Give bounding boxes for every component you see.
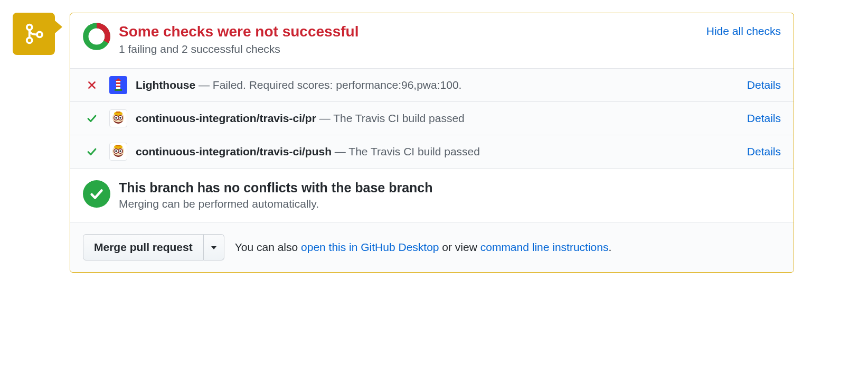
merge-status-badge bbox=[13, 13, 55, 55]
svg-point-16 bbox=[119, 117, 121, 119]
check-description: The Travis CI build passed bbox=[348, 145, 480, 157]
svg-rect-6 bbox=[116, 81, 120, 89]
check-name: continuous-integration/travis-ci/push bbox=[136, 145, 332, 157]
svg-point-0 bbox=[27, 25, 32, 30]
conflicts-status-icon bbox=[83, 180, 110, 208]
checks-subtitle: 1 failing and 2 successful checks bbox=[119, 43, 706, 55]
conflicts-subtitle: Merging can be performed automatically. bbox=[119, 198, 433, 210]
dash-separator: — bbox=[316, 112, 333, 124]
check-row: continuous-integration/travis-ci/pr — Th… bbox=[70, 102, 794, 135]
x-icon bbox=[83, 80, 101, 90]
svg-marker-5 bbox=[115, 78, 121, 81]
checks-header: Some checks were not successful 1 failin… bbox=[70, 13, 794, 69]
status-donut-icon bbox=[83, 23, 110, 50]
check-description: The Travis CI build passed bbox=[333, 112, 465, 124]
caret-down-icon bbox=[211, 246, 216, 249]
hide-all-checks-link[interactable]: Hide all checks bbox=[706, 23, 781, 38]
check-details-link[interactable]: Details bbox=[747, 79, 781, 91]
svg-point-2 bbox=[37, 32, 42, 37]
check-text: continuous-integration/travis-ci/push — … bbox=[136, 145, 739, 158]
check-details-link[interactable]: Details bbox=[747, 145, 781, 158]
footer-text-mid: or view bbox=[439, 241, 480, 253]
merge-footer: Merge pull request You can also open thi… bbox=[70, 222, 794, 272]
travis-icon bbox=[109, 143, 127, 161]
svg-rect-8 bbox=[116, 86, 120, 87]
svg-point-1 bbox=[27, 38, 32, 43]
svg-point-15 bbox=[115, 117, 117, 119]
dash-separator: — bbox=[332, 145, 348, 157]
check-row: Lighthouse — Failed. Required scores: pe… bbox=[70, 69, 794, 102]
conflicts-row: This branch has no conflicts with the ba… bbox=[70, 169, 794, 222]
svg-rect-19 bbox=[116, 145, 120, 146]
command-line-instructions-link[interactable]: command line instructions bbox=[480, 241, 609, 253]
check-icon bbox=[83, 146, 101, 157]
git-merge-icon bbox=[22, 22, 45, 45]
svg-point-22 bbox=[115, 150, 117, 152]
check-name: continuous-integration/travis-ci/pr bbox=[136, 112, 316, 124]
conflicts-title: This branch has no conflicts with the ba… bbox=[119, 180, 433, 196]
check-details-link[interactable]: Details bbox=[747, 112, 781, 125]
travis-icon bbox=[109, 109, 127, 127]
merge-button-group: Merge pull request bbox=[83, 234, 224, 260]
check-text: continuous-integration/travis-ci/pr — Th… bbox=[136, 112, 739, 125]
merge-alt-text: You can also open this in GitHub Desktop… bbox=[235, 241, 612, 254]
check-row: continuous-integration/travis-ci/push — … bbox=[70, 135, 794, 169]
merge-options-dropdown[interactable] bbox=[204, 234, 224, 260]
check-icon bbox=[83, 113, 101, 124]
footer-text-suffix: . bbox=[608, 241, 611, 253]
svg-rect-9 bbox=[115, 89, 122, 91]
merge-pull-request-button[interactable]: Merge pull request bbox=[83, 234, 204, 260]
check-description: Failed. Required scores: performance:96,… bbox=[213, 79, 462, 91]
open-github-desktop-link[interactable]: open this in GitHub Desktop bbox=[301, 241, 439, 253]
footer-text-prefix: You can also bbox=[235, 241, 301, 253]
svg-point-23 bbox=[119, 150, 121, 152]
checks-title: Some checks were not successful bbox=[119, 23, 706, 41]
checks-panel: Some checks were not successful 1 failin… bbox=[70, 13, 794, 273]
svg-rect-7 bbox=[116, 82, 120, 84]
dash-separator: — bbox=[195, 79, 213, 91]
check-text: Lighthouse — Failed. Required scores: pe… bbox=[136, 79, 739, 91]
svg-rect-12 bbox=[116, 111, 120, 113]
lighthouse-icon bbox=[109, 76, 127, 94]
check-name: Lighthouse bbox=[136, 79, 195, 91]
